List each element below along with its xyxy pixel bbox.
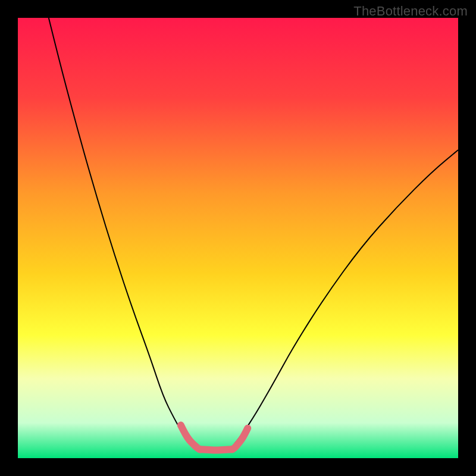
plot-background [18,18,458,458]
series-highlight-bottom [200,449,233,450]
chart-frame: TheBottleneck.com [0,0,476,476]
chart-svg [0,0,476,476]
watermark-text: TheBottleneck.com [353,4,468,19]
